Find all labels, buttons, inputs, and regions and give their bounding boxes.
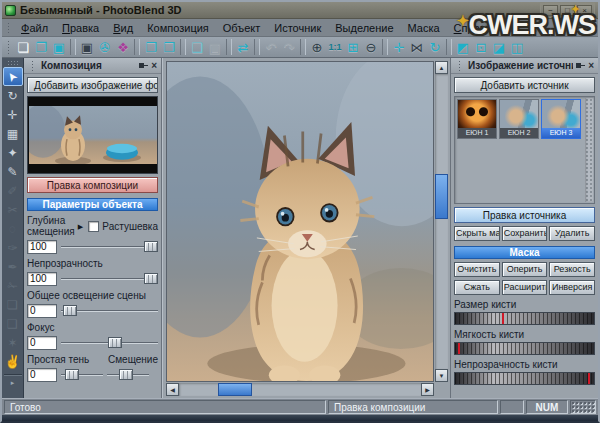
menu-selection[interactable]: Выделение — [328, 20, 400, 36]
copy-background-button[interactable]: ❒ — [142, 38, 160, 56]
composition-thumbnail[interactable] — [27, 96, 158, 174]
shrink-mask-button[interactable]: Сжать — [454, 280, 500, 295]
background-image-tool[interactable]: ▦ — [3, 124, 23, 143]
horizontal-scroll-thumb[interactable] — [218, 383, 252, 396]
resize-grip[interactable] — [570, 400, 596, 414]
canvas-viewport[interactable] — [166, 61, 434, 382]
scroll-down-button[interactable] — [435, 369, 448, 382]
brush-softness-slider[interactable] — [454, 342, 595, 355]
pin-icon[interactable] — [139, 61, 148, 70]
light-tool[interactable]: ✦ — [3, 143, 23, 162]
save-image-button[interactable]: ▣ — [78, 38, 96, 56]
zoom-fit-button[interactable]: ⊞ — [344, 38, 362, 56]
clear-mask-button[interactable]: Очистить — [454, 262, 500, 277]
brush-softness-marker[interactable] — [458, 343, 460, 354]
horizontal-scroll-track[interactable] — [179, 383, 421, 396]
canvas-horizontal-scrollbar[interactable] — [166, 383, 434, 396]
mirror-object-button[interactable]: ⋈ — [408, 38, 426, 56]
shadow-value-input[interactable] — [27, 368, 57, 382]
menu-object[interactable]: Объект — [216, 20, 267, 36]
scroll-left-button[interactable] — [166, 383, 179, 396]
toolbar-grip[interactable] — [7, 22, 11, 34]
panel-grip[interactable] — [31, 60, 35, 71]
slider-thumb[interactable] — [144, 273, 158, 284]
zoom-out-button[interactable]: ⊖ — [362, 38, 380, 56]
add-background-button[interactable]: Добавить изображение фона — [27, 77, 158, 93]
paste-object-button[interactable]: ❑ — [188, 38, 206, 56]
edit-composition-button[interactable]: Правка композиции — [27, 177, 158, 193]
pin-icon[interactable] — [576, 61, 585, 70]
feather-mask-button[interactable]: Оперить — [502, 262, 548, 277]
copy-object-button[interactable]: ❒ — [160, 38, 178, 56]
hide-mask-button[interactable]: Скрыть маску — [454, 226, 500, 241]
scene-light-label: Общее освещение сцены — [27, 290, 158, 301]
brush-tool[interactable]: ✎ — [3, 162, 23, 181]
toolbar-grip[interactable] — [7, 60, 19, 65]
rotate-object-button[interactable]: ↻ — [426, 38, 444, 56]
open-project-button[interactable]: ❐ — [32, 38, 50, 56]
invert-mask-button[interactable]: Инверсия — [549, 280, 595, 295]
swap-images-button[interactable]: ⇄ — [234, 38, 252, 56]
panel-grip[interactable] — [458, 60, 462, 71]
shadow-slider[interactable] — [61, 368, 103, 381]
brush-size-slider[interactable] — [454, 312, 595, 325]
move-object-button[interactable]: ✛ — [390, 38, 408, 56]
scroll-up-button[interactable] — [435, 61, 448, 74]
menu-view[interactable]: Вид — [106, 20, 140, 36]
expander-icon[interactable]: ▶ — [78, 223, 83, 231]
panel-close-icon[interactable]: × — [151, 61, 157, 71]
edit-source-button[interactable]: Правка источника — [454, 207, 595, 223]
add-source-button[interactable]: Добавить источник — [454, 77, 595, 93]
feather-checkbox[interactable] — [88, 221, 99, 232]
expand-mask-button[interactable]: Расширить — [502, 280, 548, 295]
slider-thumb[interactable] — [108, 337, 122, 348]
opacity-slider[interactable] — [61, 272, 158, 285]
rotate-tool[interactable]: ↻ — [3, 86, 23, 105]
slider-thumb[interactable] — [144, 241, 158, 252]
brush-size-marker[interactable] — [502, 313, 504, 324]
menu-file[interactable]: Файл — [14, 20, 55, 36]
canvas-vertical-scrollbar[interactable] — [435, 61, 448, 382]
depth-value-input[interactable] — [27, 240, 57, 254]
focus-slider[interactable] — [61, 336, 158, 349]
source-list[interactable]: ЕЮН 1ЕЮН 2ЕЮН 3 — [454, 96, 595, 204]
slider-thumb[interactable] — [65, 369, 79, 380]
zoom-actual-button[interactable]: 1:1 — [326, 38, 344, 56]
menu-composition[interactable]: Композиция — [140, 20, 216, 36]
slider-thumb[interactable] — [119, 369, 133, 380]
zoom-in-button[interactable]: ⊕ — [308, 38, 326, 56]
vertical-scroll-thumb[interactable] — [435, 174, 448, 218]
shadow-offset-slider[interactable] — [107, 368, 149, 381]
source-list-scrollbar[interactable] — [585, 98, 593, 202]
render-3d-button[interactable]: ❖ — [114, 38, 132, 56]
focus-value-input[interactable] — [27, 336, 57, 350]
transform-tool[interactable]: ✛ — [3, 105, 23, 124]
scene-light-value-input[interactable] — [27, 304, 57, 318]
scroll-right-button[interactable] — [421, 383, 434, 396]
save-button[interactable]: Сохранить — [502, 226, 548, 241]
toolbar-grip[interactable] — [7, 40, 11, 54]
hand-tool[interactable]: ✌ — [3, 352, 23, 371]
brush-opacity-slider[interactable] — [454, 372, 595, 385]
delete-button[interactable]: Удалить — [549, 226, 595, 241]
vertical-scroll-track[interactable] — [435, 74, 448, 369]
source-thumb-3[interactable]: ЕЮН 3 — [541, 99, 581, 139]
source-thumb-1[interactable]: ЕЮН 1 — [457, 99, 497, 139]
slider-thumb[interactable] — [63, 305, 77, 316]
menu-source[interactable]: Источник — [267, 20, 328, 36]
scrollbar-corner — [435, 383, 448, 396]
brush-opacity-marker[interactable] — [588, 373, 590, 384]
menu-edit[interactable]: Правка — [55, 20, 106, 36]
new-document-button[interactable]: ❏ — [14, 38, 32, 56]
select-tool[interactable]: ➤ — [3, 67, 23, 86]
opacity-value-input[interactable] — [27, 272, 57, 286]
sharpen-mask-button[interactable]: Резкость — [549, 262, 595, 277]
depth-slider[interactable] — [61, 240, 158, 253]
panel-close-icon[interactable]: × — [588, 61, 594, 71]
capture-3d-button[interactable]: ✇ — [96, 38, 114, 56]
menu-mask[interactable]: Маска — [401, 20, 447, 36]
toolbar-overflow-icon[interactable]: ▸ — [11, 379, 15, 387]
source-thumb-2[interactable]: ЕЮН 2 — [499, 99, 539, 139]
save-project-button[interactable]: ▣ — [50, 38, 68, 56]
scene-light-slider[interactable] — [61, 304, 158, 317]
